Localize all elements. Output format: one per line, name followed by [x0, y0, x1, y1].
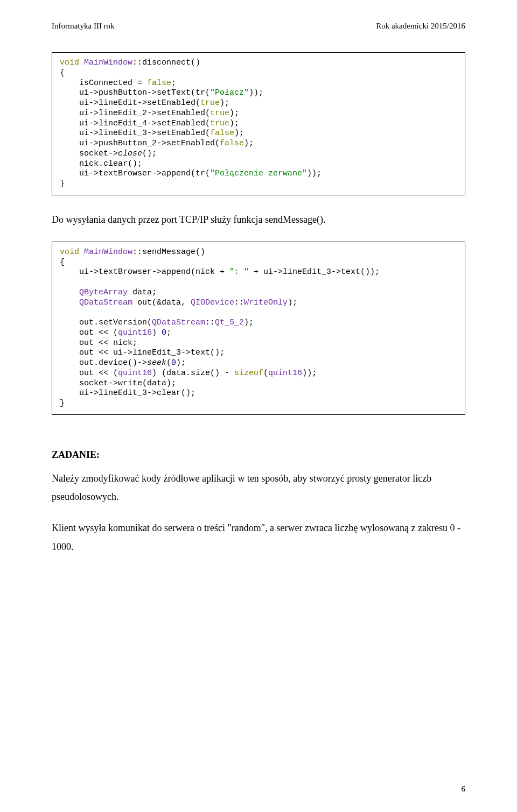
header-right: Rok akademicki 2015/2016 [376, 22, 465, 31]
header-left: Informatyka III rok [52, 22, 115, 31]
kw-void: void [60, 248, 79, 257]
page-header: Informatyka III rok Rok akademicki 2015/… [52, 22, 465, 31]
kw-void: void [60, 58, 79, 67]
code-block-disconnect: void MainWindow::disconnect() { isConnec… [52, 52, 465, 195]
page-number: 6 [462, 785, 466, 794]
paragraph-1: Do wysyłania danych przez port TCP/IP sł… [52, 210, 465, 229]
class-mainwindow: MainWindow [84, 248, 132, 257]
zadanie-paragraph-2: Klient wysyła komunikat do serwera o tre… [52, 519, 465, 555]
zadanie-heading: ZADANIE: [52, 449, 465, 461]
zadanie-paragraph-1: Należy zmodyfikować kody źródłowe aplika… [52, 469, 465, 506]
class-mainwindow: MainWindow [84, 58, 132, 67]
page: Informatyka III rok Rok akademicki 2015/… [0, 0, 517, 812]
code-block-sendmessage: void MainWindow::sendMessage() { ui->tex… [52, 242, 465, 415]
